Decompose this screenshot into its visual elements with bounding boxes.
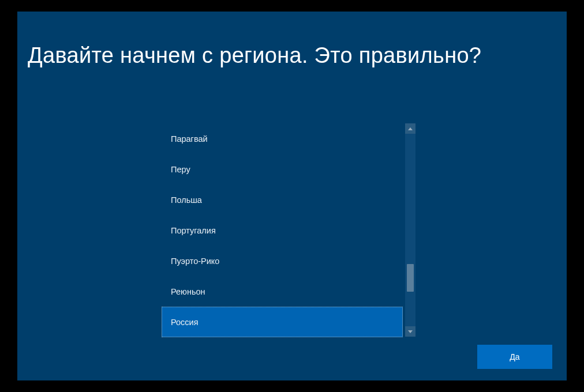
- region-item[interactable]: Россия: [162, 307, 403, 337]
- region-item[interactable]: Польша: [162, 184, 403, 215]
- chevron-down-icon: [408, 330, 413, 333]
- region-item[interactable]: Перу: [162, 154, 403, 184]
- region-item[interactable]: Португалия: [162, 215, 403, 246]
- scrollbar[interactable]: [405, 123, 415, 337]
- region-list-wrap: ПарагвайПеруПольшаПортугалияПуэрто-РикоР…: [162, 123, 415, 337]
- region-label: Россия: [171, 318, 199, 327]
- chevron-up-icon: [408, 127, 413, 130]
- region-label: Парагвай: [171, 134, 208, 144]
- region-item[interactable]: Парагвай: [162, 123, 403, 154]
- setup-window: Давайте начнем с региона. Это правильно?…: [17, 12, 567, 380]
- region-label: Перу: [171, 165, 190, 174]
- region-item[interactable]: Пуэрто-Рико: [162, 246, 403, 276]
- scroll-track[interactable]: [405, 134, 415, 326]
- confirm-button[interactable]: Да: [477, 345, 552, 369]
- region-label: Португалия: [171, 226, 216, 235]
- page-title: Давайте начнем с региона. Это правильно?: [28, 43, 481, 68]
- region-item[interactable]: Реюньон: [162, 276, 403, 307]
- region-label: Пуэрто-Рико: [171, 257, 219, 266]
- region-list[interactable]: ПарагвайПеруПольшаПортугалияПуэрто-РикоР…: [162, 123, 403, 337]
- region-label: Реюньон: [171, 287, 205, 296]
- scroll-thumb[interactable]: [407, 264, 414, 292]
- scroll-down-button[interactable]: [405, 326, 415, 337]
- region-label: Польша: [171, 195, 202, 205]
- scroll-up-button[interactable]: [405, 123, 415, 134]
